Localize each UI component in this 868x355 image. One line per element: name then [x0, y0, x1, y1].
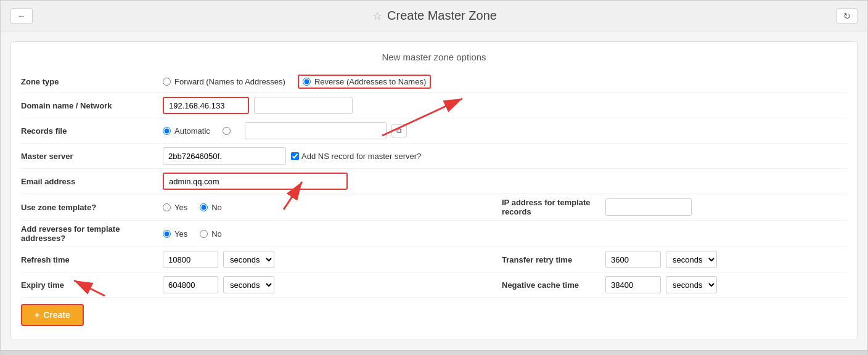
- automatic-radio[interactable]: [163, 127, 171, 135]
- reverses-yes-text: Yes: [174, 229, 187, 239]
- manual-radio[interactable]: [223, 127, 231, 135]
- negative-cache-label: Negative cache time: [502, 280, 600, 290]
- use-template-row: Use zone template? Yes No IP address for…: [21, 194, 847, 221]
- email-input[interactable]: [163, 173, 348, 190]
- reverse-label: Reverse (Addresses to Names): [314, 77, 426, 86]
- add-ns-checkbox[interactable]: [291, 152, 299, 160]
- manual-radio-label[interactable]: [223, 127, 232, 135]
- reverses-yes-label[interactable]: Yes: [163, 229, 187, 239]
- ip-template-input[interactable]: [605, 198, 692, 216]
- star-icon: ☆: [372, 9, 382, 23]
- template-yes-label[interactable]: Yes: [163, 203, 187, 212]
- master-server-row: Master server Add NS record for master s…: [21, 144, 847, 169]
- email-label: Email address: [21, 177, 163, 186]
- create-label: Create: [43, 310, 70, 320]
- transfer-retry-input[interactable]: [605, 251, 661, 268]
- automatic-label: Automatic: [174, 126, 210, 136]
- back-button[interactable]: ←: [10, 8, 33, 24]
- domain-input[interactable]: [163, 97, 249, 114]
- zone-type-label: Zone type: [21, 77, 163, 86]
- refresh-time-value: seconds: [163, 251, 502, 268]
- reverses-yes-radio[interactable]: [163, 230, 171, 238]
- use-template-value: Yes No: [163, 203, 502, 212]
- main-window: ← ☆ Create Master Zone ↻ New master zone…: [0, 0, 868, 355]
- records-file-value: Automatic ⧉: [163, 122, 847, 139]
- forward-radio[interactable]: [163, 78, 171, 86]
- master-server-input[interactable]: [163, 147, 286, 165]
- main-content: New master zone options Zone type Forwar…: [1, 31, 867, 350]
- automatic-radio-label[interactable]: Automatic: [163, 126, 210, 136]
- page-title: Create Master Zone: [387, 9, 497, 23]
- expiry-negative-row: Expiry time seconds Negative cache time …: [21, 272, 847, 298]
- master-server-label: Master server: [21, 152, 163, 161]
- plus-icon: +: [35, 310, 39, 320]
- use-template-label: Use zone template?: [21, 203, 163, 212]
- reverses-no-text: No: [211, 229, 222, 239]
- add-reverses-row: Add reverses for template addresses? Yes…: [21, 221, 847, 247]
- forward-radio-label[interactable]: Forward (Names to Addresses): [163, 77, 285, 86]
- create-row: + Create: [21, 298, 847, 330]
- expiry-time-input[interactable]: [163, 276, 218, 293]
- expiry-time-unit[interactable]: seconds: [223, 276, 274, 293]
- template-no-label[interactable]: No: [200, 203, 222, 212]
- records-file-row: Records file Automatic ⧉: [21, 118, 847, 144]
- master-server-value: Add NS record for master server?: [163, 147, 847, 165]
- section-title: New master zone options: [21, 52, 847, 62]
- copy-button[interactable]: ⧉: [391, 124, 407, 137]
- reverse-radio[interactable]: [303, 78, 311, 86]
- ip-template-label: IP address for template records: [502, 198, 600, 216]
- create-button[interactable]: + Create: [21, 304, 84, 326]
- transfer-retry-label: Transfer retry time: [502, 255, 600, 264]
- titlebar: ← ☆ Create Master Zone ↻: [1, 1, 867, 31]
- add-reverses-label: Add reverses for template addresses?: [21, 224, 163, 243]
- records-file-label: Records file: [21, 126, 163, 136]
- refresh-icon: ↻: [843, 11, 851, 21]
- negative-cache-section: Negative cache time seconds: [502, 276, 847, 293]
- form-panel: New master zone options Zone type Forwar…: [10, 41, 858, 340]
- bottom-bar: ← Return to zone list: [1, 350, 867, 355]
- expiry-time-label: Expiry time: [21, 280, 163, 290]
- transfer-retry-unit[interactable]: seconds: [666, 251, 717, 268]
- records-file-input[interactable]: [245, 122, 387, 139]
- title-area: ☆ Create Master Zone: [33, 9, 837, 23]
- template-no-text: No: [211, 203, 222, 212]
- add-ns-text: Add NS record for master server?: [301, 152, 421, 161]
- forward-label: Forward (Names to Addresses): [174, 77, 285, 86]
- back-icon: ←: [17, 11, 26, 21]
- reverses-no-label[interactable]: No: [200, 229, 222, 239]
- reverse-radio-label[interactable]: Reverse (Addresses to Names): [298, 75, 431, 89]
- expiry-time-value: seconds: [163, 276, 502, 293]
- reverses-no-radio[interactable]: [200, 230, 208, 238]
- negative-cache-unit[interactable]: seconds: [666, 276, 717, 293]
- domain-name-label: Domain name / Network: [21, 101, 163, 110]
- email-value: [163, 173, 847, 190]
- refresh-time-label: Refresh time: [21, 255, 163, 264]
- negative-cache-input[interactable]: [605, 276, 661, 293]
- template-no-radio[interactable]: [200, 203, 208, 211]
- template-yes-text: Yes: [174, 203, 187, 212]
- refresh-transfer-row: Refresh time seconds Transfer retry time…: [21, 247, 847, 272]
- add-ns-label[interactable]: Add NS record for master server?: [291, 152, 421, 161]
- zone-type-value: Forward (Names to Addresses) Reverse (Ad…: [163, 75, 847, 89]
- domain-name-row: Domain name / Network: [21, 93, 847, 118]
- domain-name-value: [163, 97, 847, 114]
- transfer-retry-section: Transfer retry time seconds: [502, 251, 847, 268]
- zone-type-row: Zone type Forward (Names to Addresses) R…: [21, 71, 847, 93]
- email-row: Email address: [21, 169, 847, 194]
- add-reverses-value: Yes No: [163, 229, 847, 239]
- template-yes-radio[interactable]: [163, 203, 171, 211]
- domain-extra-input[interactable]: [254, 97, 353, 114]
- refresh-time-unit[interactable]: seconds: [223, 251, 274, 268]
- refresh-time-input[interactable]: [163, 251, 218, 268]
- ip-template-section: IP address for template records: [502, 198, 847, 216]
- refresh-button[interactable]: ↻: [837, 8, 858, 24]
